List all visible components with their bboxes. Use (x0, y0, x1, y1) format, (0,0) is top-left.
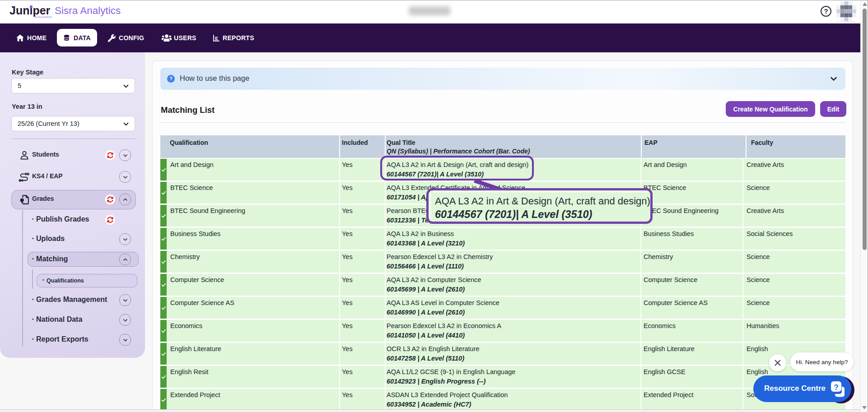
svg-text:?: ? (834, 383, 838, 392)
